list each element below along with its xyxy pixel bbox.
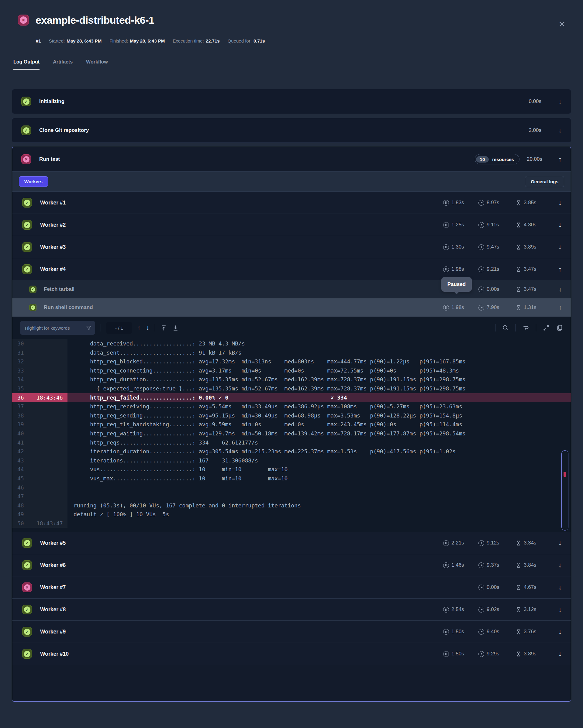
expand-arrow-icon[interactable] [550, 605, 562, 614]
page-title: example-distributed-k6-1 [35, 14, 154, 26]
success-status-icon [21, 126, 31, 135]
success-status-icon [29, 286, 36, 293]
expand-arrow-icon[interactable] [550, 539, 562, 547]
worker-name: Worker #2 [40, 222, 66, 228]
tooltip-label: Paused [448, 281, 466, 287]
close-icon[interactable]: ✕ [558, 20, 565, 29]
line-text [68, 519, 571, 528]
line-text: running (05.3s), 00/10 VUs, 167 complete… [68, 501, 571, 510]
line-number: 45 [12, 474, 32, 483]
waiting-stat: 3.89s [515, 651, 550, 657]
play-icon [478, 200, 484, 206]
expand-arrow-icon[interactable] [550, 98, 562, 105]
expand-arrow-icon[interactable] [550, 561, 562, 569]
worker-row-failed[interactable]: Worker #7 0.00s 4.67s [12, 576, 571, 598]
expand-arrow-icon[interactable] [550, 199, 562, 207]
expand-arrow-icon[interactable] [550, 221, 562, 229]
log-line: 34 http_req_duration..............: avg=… [12, 375, 571, 384]
line-text [68, 483, 571, 492]
line-text: http_req_blocked...............: avg=17.… [68, 357, 571, 366]
scroll-to-top-icon[interactable] [160, 325, 167, 331]
expand-arrow-icon[interactable] [550, 286, 562, 293]
line-number: 40 [12, 429, 32, 438]
step-duration: 0.00s [529, 99, 541, 105]
wrap-lines-icon[interactable] [523, 324, 529, 331]
worker-row[interactable]: Worker #6 1.46s 9.37s 3.84s [12, 554, 571, 576]
collapse-arrow-icon[interactable] [550, 304, 562, 311]
line-timestamp [32, 474, 68, 483]
step-clone-git[interactable]: Clone Git repository 2.00s [12, 118, 571, 143]
log-line: 47 [12, 492, 571, 501]
worker-name: Worker #6 [40, 562, 66, 569]
worker-row[interactable]: Worker #3 1.30s 9.47s 3.89s [12, 236, 571, 258]
expand-arrow-icon[interactable] [550, 243, 562, 251]
step-initializing[interactable]: Initializing 0.00s [12, 89, 571, 114]
paused-stat: 1.98s [443, 305, 478, 311]
previous-match-icon[interactable]: ↑ [137, 324, 141, 332]
general-logs-button[interactable]: General logs [525, 176, 564, 187]
keyword-highlight-input[interactable] [20, 321, 95, 335]
expand-arrow-icon[interactable] [550, 650, 562, 658]
running-stat: 0.00s [478, 584, 515, 590]
log-line: 37 http_req_receiving.............: avg=… [12, 402, 571, 411]
tab-log-output[interactable]: Log Output [14, 59, 40, 70]
pause-icon [443, 563, 449, 568]
expand-arrow-icon[interactable] [550, 628, 562, 635]
next-match-icon[interactable]: ↓ [146, 324, 150, 332]
log-scrollbar[interactable] [561, 450, 568, 530]
worker-row[interactable]: Worker #5 2.21s 9.12s 3.34s [12, 532, 571, 554]
worker-name: Worker #4 [40, 266, 66, 272]
running-stat: 0.00s [478, 286, 515, 292]
substep-fetch-tarball[interactable]: Fetch tarball 0.00s 3.47s [12, 280, 571, 298]
line-number: 38 [12, 411, 32, 420]
running-stat: 9.37s [478, 562, 515, 568]
worker-name: Worker #9 [40, 629, 66, 635]
line-timestamp [32, 438, 68, 447]
line-timestamp [32, 501, 68, 510]
expand-arrow-icon[interactable] [550, 126, 562, 134]
hourglass-icon [515, 266, 521, 272]
paused-stat: 1.50s [443, 629, 478, 635]
pause-icon [443, 200, 449, 206]
search-icon[interactable] [502, 324, 509, 331]
pause-icon [443, 244, 449, 250]
hourglass-icon [515, 305, 521, 311]
workers-tab-button[interactable]: Workers [19, 176, 48, 187]
log-line: 48running (05.3s), 00/10 VUs, 167 comple… [12, 501, 571, 510]
collapse-arrow-icon[interactable] [550, 265, 562, 273]
pause-icon [443, 266, 449, 272]
tab-artifacts[interactable]: Artifacts [53, 59, 73, 70]
paused-tooltip: Paused [441, 277, 472, 292]
waiting-stat: 4.67s [515, 584, 550, 590]
line-number: 47 [12, 492, 32, 501]
line-number: 36 [12, 393, 32, 402]
hourglass-icon [515, 540, 521, 546]
worker-name: Worker #3 [40, 244, 66, 250]
play-icon [478, 305, 484, 311]
run-test-header[interactable]: Run test 10 resources 20.00s [12, 147, 571, 172]
play-icon [478, 629, 484, 635]
copy-logs-icon[interactable] [556, 324, 563, 331]
expand-fullscreen-icon[interactable] [543, 324, 550, 331]
modal-header: example-distributed-k6-1 [18, 12, 571, 28]
line-text: default ✓ [ 100% ] 10 VUs 5s [68, 510, 571, 519]
line-timestamp [32, 348, 68, 357]
worker-row[interactable]: Worker #1 1.83s 8.97s 3.85s [12, 191, 571, 214]
hourglass-icon [515, 607, 521, 613]
substep-run-shell-command[interactable]: Run shell command 1.98s 7.90s 1.31s [12, 298, 571, 317]
line-number: 49 [12, 510, 32, 519]
worker-row[interactable]: Worker #9 1.50s 9.40s 3.76s [12, 620, 571, 643]
line-text: vus_max........................: 10 min=… [68, 474, 571, 483]
tab-workflow[interactable]: Workflow [86, 59, 108, 70]
worker-row[interactable]: Worker #10 1.50s 9.29s 3.89s [12, 643, 571, 665]
divider [515, 324, 516, 332]
worker-row[interactable]: Worker #8 2.54s 9.02s 3.12s [12, 598, 571, 620]
expand-arrow-icon[interactable] [550, 583, 562, 591]
scroll-to-bottom-icon[interactable] [172, 325, 179, 331]
line-timestamp [32, 510, 68, 519]
worker-row-expanded[interactable]: Worker #4 1.98s 9.21s 3.47s [12, 258, 571, 280]
worker-row[interactable]: Worker #2 1.25s 9.11s 4.30s [12, 214, 571, 236]
running-stat: 9.29s [478, 651, 515, 657]
collapse-arrow-icon[interactable] [550, 155, 562, 163]
running-stat: 9.02s [478, 606, 515, 613]
